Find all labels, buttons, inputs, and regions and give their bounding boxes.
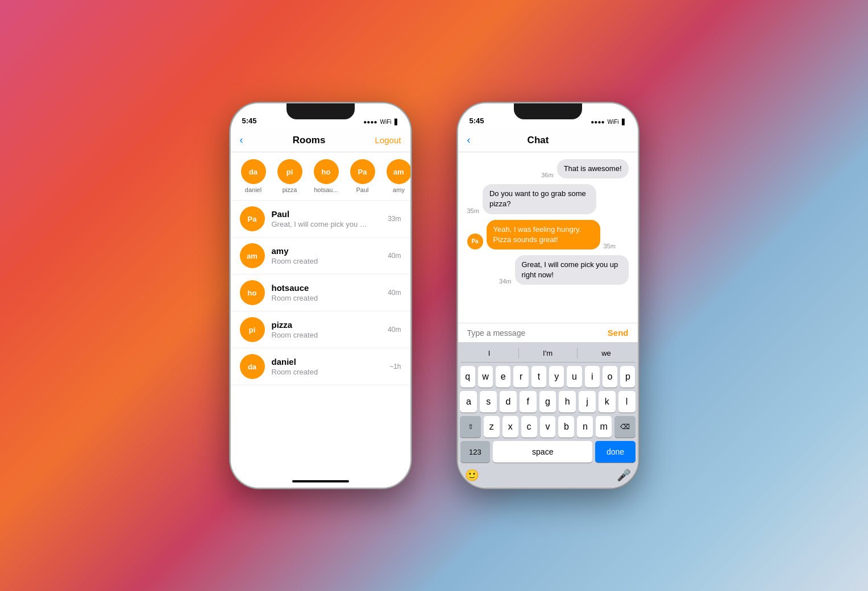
room-item-daniel[interactable]: da daniel Room created ~1h (231, 348, 410, 385)
keyboard-emoji-row: 🙂 🎤 (460, 466, 636, 484)
room-info-daniel: daniel Room created (272, 357, 383, 376)
logout-button[interactable]: Logout (375, 135, 401, 145)
key-n[interactable]: n (577, 416, 593, 438)
suggestion-i[interactable]: I (460, 348, 519, 359)
room-name-daniel: daniel (272, 357, 383, 367)
emoji-key[interactable]: 🙂 (465, 468, 479, 482)
keyboard-row-4: 123 space done (460, 441, 636, 463)
key-x[interactable]: x (502, 416, 518, 438)
key-y[interactable]: y (549, 366, 564, 388)
story-row: da daniel pi pizza ho hotsau... Pa Paul … (231, 152, 410, 201)
story-avatar-pizza: pi (277, 159, 302, 184)
room-preview-hotsauce: Room created (272, 294, 368, 302)
key-t[interactable]: t (531, 366, 546, 388)
key-h[interactable]: h (559, 391, 576, 413)
room-name-pizza: pizza (272, 320, 381, 330)
room-item-amy[interactable]: am amy Room created 40m (231, 238, 410, 274)
chat-messages: 36m That is awesome! 35m Do you want to … (458, 152, 638, 323)
chat-back-button[interactable]: ‹ (467, 134, 471, 146)
key-l[interactable]: l (618, 391, 636, 413)
story-label-pizza: pizza (283, 186, 297, 193)
msg-time-4: 34m (499, 278, 511, 285)
send-button[interactable]: Send (608, 328, 629, 338)
key-u[interactable]: u (567, 366, 582, 388)
backspace-key[interactable]: ⌫ (614, 416, 635, 438)
room-avatar-hotsauce: ho (240, 280, 265, 305)
notch (286, 103, 355, 119)
key-b[interactable]: b (558, 416, 574, 438)
key-w[interactable]: w (478, 366, 493, 388)
rooms-nav-bar: ‹ Rooms Logout (231, 128, 410, 152)
key-k[interactable]: k (599, 391, 616, 413)
chat-status-icons: ●●●● WiFi ▋ (591, 119, 626, 125)
key-m[interactable]: m (596, 416, 612, 438)
key-s[interactable]: s (480, 391, 497, 413)
room-avatar-amy: am (240, 243, 265, 268)
room-time-daniel: ~1h (389, 363, 401, 371)
done-key[interactable]: done (595, 441, 635, 463)
key-q[interactable]: q (460, 366, 475, 388)
key-e[interactable]: e (496, 366, 510, 388)
key-d[interactable]: d (500, 391, 517, 413)
key-v[interactable]: v (540, 416, 556, 438)
room-avatar-daniel: da (240, 354, 265, 379)
chat-input-bar: Send (458, 323, 638, 342)
story-item[interactable]: am amy (385, 159, 410, 193)
room-avatar-paul: Pa (240, 206, 265, 231)
bubble-3: Yeah, I was feeling hungry. Pizza sounds… (487, 220, 600, 249)
room-list: Pa Paul Great, I will come pick you up r… (231, 201, 410, 475)
shift-key[interactable]: ⇧ (460, 416, 480, 438)
story-label-paul: Paul (356, 186, 368, 193)
mic-key[interactable]: 🎤 (617, 468, 631, 482)
home-indicator (292, 480, 349, 482)
key-r[interactable]: r (513, 366, 528, 388)
key-a[interactable]: a (460, 391, 477, 413)
story-item[interactable]: pi pizza (276, 159, 304, 193)
signal-icon: ●●●● (363, 119, 377, 125)
story-item[interactable]: da daniel (240, 159, 267, 193)
room-avatar-pizza: pi (240, 317, 265, 342)
room-time-paul: 33m (388, 215, 401, 223)
msg-time-1: 36m (541, 172, 553, 178)
rooms-home-bar (231, 475, 410, 488)
rooms-status-icons: ●●●● WiFi ▋ (363, 119, 398, 125)
chat-input-field[interactable] (467, 328, 608, 338)
room-item-pizza[interactable]: pi pizza Room created 40m (231, 311, 410, 348)
story-avatar-paul: Pa (350, 159, 375, 184)
key-f[interactable]: f (520, 391, 537, 413)
key-i[interactable]: i (585, 366, 600, 388)
room-preview-amy: Room created (272, 257, 368, 265)
story-item[interactable]: Pa Paul (349, 159, 376, 193)
room-time-pizza: 40m (388, 326, 401, 334)
room-info-paul: Paul Great, I will come pick you up righ… (272, 209, 381, 228)
rooms-phone: 5:45 ●●●● WiFi ▋ ‹ Rooms Logout da danie… (230, 102, 412, 489)
numbers-key[interactable]: 123 (460, 441, 491, 463)
keyboard-row-3: ⇧ z x c v b n m ⌫ (460, 416, 636, 438)
room-preview-paul: Great, I will come pick you up right ... (272, 220, 368, 228)
suggestion-we[interactable]: we (578, 348, 636, 359)
rooms-back-button[interactable]: ‹ (240, 134, 243, 146)
battery-icon: ▋ (394, 119, 399, 125)
story-item[interactable]: ho hotsau... (313, 159, 340, 193)
chat-content: 36m That is awesome! 35m Do you want to … (458, 152, 638, 488)
chat-wifi-icon: WiFi (608, 119, 619, 125)
key-j[interactable]: j (579, 391, 596, 413)
room-time-amy: 40m (388, 252, 401, 260)
rooms-status-bar: 5:45 ●●●● WiFi ▋ (231, 103, 410, 128)
key-o[interactable]: o (603, 366, 617, 388)
chat-status-bar: 5:45 ●●●● WiFi ▋ (458, 103, 638, 128)
keyboard-suggestions: I I'm we (460, 346, 636, 363)
bubble-1: That is awesome! (557, 159, 629, 178)
message-row-2: 35m Do you want to go grab some pizza? (467, 184, 629, 214)
key-p[interactable]: p (620, 366, 635, 388)
story-label-amy: amy (393, 186, 405, 193)
key-c[interactable]: c (521, 416, 537, 438)
room-info-pizza: pizza Room created (272, 320, 381, 339)
suggestion-im[interactable]: I'm (519, 348, 578, 359)
key-g[interactable]: g (539, 391, 556, 413)
room-item-paul[interactable]: Pa Paul Great, I will come pick you up r… (231, 201, 410, 238)
room-item-hotsauce[interactable]: ho hotsauce Room created 40m (231, 274, 410, 311)
space-key[interactable]: space (493, 441, 592, 463)
story-avatar-daniel: da (241, 159, 266, 184)
key-z[interactable]: z (484, 416, 500, 438)
